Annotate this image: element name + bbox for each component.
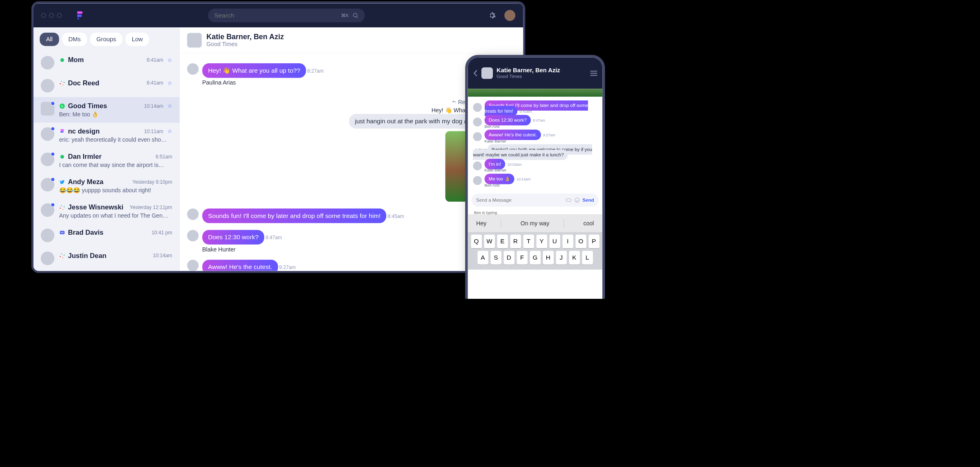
app-logo-icon: [75, 11, 85, 20]
key-r[interactable]: R: [510, 235, 521, 248]
mobile-header: Katie Barner, Ben Aziz Good Times: [468, 58, 603, 89]
suggestion[interactable]: On my way: [518, 219, 552, 228]
gear-icon[interactable]: [488, 11, 496, 19]
avatar: [473, 118, 482, 127]
suggestion[interactable]: Hey: [474, 219, 489, 228]
message-bubble[interactable]: Sounds fun! I'll come by later and drop …: [485, 100, 588, 116]
key-y[interactable]: Y: [536, 235, 547, 248]
search-wrap: ⌘K: [90, 9, 483, 22]
emoji-icon[interactable]: [574, 197, 580, 203]
message-sender: Paulina Arias: [202, 80, 323, 87]
key-q[interactable]: Q: [471, 235, 482, 248]
conversation-preview: eric: yeah theoretically it could even s…: [59, 136, 172, 143]
key-h[interactable]: H: [543, 251, 554, 264]
filter-groups[interactable]: Groups: [90, 33, 122, 46]
message-row: Does 12:30 work?8:47amBen Aziz: [473, 118, 597, 129]
search-icon: [352, 12, 359, 18]
conversation-preview: 😂😂😂 yupppp sounds about right!: [59, 187, 172, 194]
conversation-item[interactable]: nc design 10:11am ☆ eric: yeah theoretic…: [33, 122, 180, 148]
conversation-name: Mom: [68, 56, 84, 64]
key-f[interactable]: F: [517, 251, 528, 264]
key-a[interactable]: A: [477, 251, 488, 264]
key-j[interactable]: J: [556, 251, 567, 264]
search-shortcut: ⌘K: [341, 13, 349, 18]
filter-dms[interactable]: DMs: [62, 33, 87, 46]
conversation-list: Mom 6:41am ☆ Doc Reed 6:41am ☆ Good Time…: [33, 51, 180, 270]
key-k[interactable]: K: [569, 251, 580, 264]
svg-point-4: [62, 232, 63, 233]
key-d[interactable]: D: [503, 251, 514, 264]
chat-subtitle: Good Times: [207, 41, 284, 48]
avatar: [41, 102, 54, 116]
key-o[interactable]: O: [575, 235, 586, 248]
key-t[interactable]: T: [523, 235, 534, 248]
message-bubble[interactable]: Does 12:30 work?: [202, 230, 264, 245]
message-bubble[interactable]: thanks!! you both are welcome to come by…: [473, 144, 592, 160]
keyboard[interactable]: QWERTYUIOP ASDFGHJKL: [468, 232, 603, 269]
conversation-item[interactable]: Andy Meza Yesterday 9:10pm 😂😂😂 yupppp so…: [33, 173, 180, 198]
message-bubble[interactable]: Hey! 👋 What are you all up to??: [202, 63, 306, 78]
key-l[interactable]: L: [582, 251, 593, 264]
desktop-window: ⌘K AllDMsGroupsLow Mom 6:41am ☆ Doc: [31, 1, 526, 273]
star-icon[interactable]: ☆: [167, 128, 172, 134]
star-icon[interactable]: ☆: [167, 103, 172, 109]
key-e[interactable]: E: [497, 235, 508, 248]
service-icon: [59, 253, 65, 259]
gif-icon[interactable]: [566, 197, 572, 203]
service-icon: [59, 179, 65, 185]
conversation-item[interactable]: Good Times 10:14am ☆ Ben: Me too 👌: [33, 97, 180, 122]
search-bar[interactable]: ⌘K: [208, 9, 365, 22]
conversation-time: Yesterday 12:11pm: [129, 205, 172, 210]
message-time: 9:27am: [279, 265, 296, 270]
key-g[interactable]: G: [530, 251, 541, 264]
user-avatar[interactable]: [504, 10, 515, 21]
filter-all[interactable]: All: [40, 33, 59, 46]
star-icon[interactable]: ☆: [167, 80, 172, 86]
service-icon: [59, 204, 65, 210]
traffic-max[interactable]: [57, 13, 62, 18]
conversation-item[interactable]: Brad Davis 10:41 pm: [33, 224, 180, 247]
traffic-min[interactable]: [49, 13, 54, 18]
image-attachment-peek: [468, 89, 603, 97]
conversation-name: nc design: [68, 127, 100, 136]
message-row: 9:39amthanks!! you both are welcome to c…: [473, 147, 597, 158]
message-row: I'm in!10:02amKatie Barner: [473, 162, 597, 173]
svg-point-6: [575, 198, 579, 202]
conversation-time: 10:14am: [144, 103, 163, 109]
compose-bar[interactable]: Send: [472, 193, 599, 207]
traffic-close[interactable]: [41, 13, 46, 18]
conversation-item[interactable]: Dan Irmler 6:51am I can come that way si…: [33, 148, 180, 173]
key-w[interactable]: W: [484, 235, 495, 248]
back-icon[interactable]: [473, 69, 478, 77]
message-sender: Blake Hunter: [202, 246, 282, 253]
mobile-window: Katie Barner, Ben Aziz Good Times Sounds…: [465, 55, 605, 299]
compose-input[interactable]: [476, 198, 563, 203]
conversation-item[interactable]: Mom 6:41am ☆: [33, 51, 180, 74]
key-s[interactable]: S: [490, 251, 501, 264]
key-u[interactable]: U: [549, 235, 560, 248]
avatar: [473, 132, 482, 141]
avatar: [41, 79, 54, 92]
suggestion[interactable]: cool: [581, 219, 597, 228]
key-p[interactable]: P: [588, 235, 599, 248]
avatar: [41, 178, 54, 191]
conversation-item[interactable]: Jesse Wisnewski Yesterday 12:11pm Any up…: [33, 198, 180, 224]
conversation-time: 10:41 pm: [151, 230, 172, 236]
conversation-time: 10:11am: [144, 129, 163, 134]
conversation-item[interactable]: Justin Dean 10:14am: [33, 247, 180, 270]
conversation-name: Doc Reed: [68, 79, 99, 87]
send-button[interactable]: Send: [583, 198, 594, 203]
key-i[interactable]: I: [562, 235, 573, 248]
conversation-name: Brad Davis: [68, 229, 103, 237]
message-bubble[interactable]: Sounds fun! I'll come by later and drop …: [202, 209, 386, 223]
svg-rect-5: [566, 199, 571, 202]
hamburger-icon[interactable]: [590, 71, 597, 76]
mobile-message-list: Sounds fun! I'll come by later and drop …: [468, 97, 603, 190]
message-time: 10:02am: [508, 162, 522, 166]
search-input[interactable]: [214, 12, 338, 19]
conversation-item[interactable]: Doc Reed 6:41am ☆: [33, 74, 180, 97]
star-icon[interactable]: ☆: [167, 57, 172, 63]
service-icon: [59, 153, 65, 160]
message-bubble[interactable]: Awww! He's the cutest.: [202, 260, 278, 271]
filter-low[interactable]: Low: [125, 33, 149, 46]
